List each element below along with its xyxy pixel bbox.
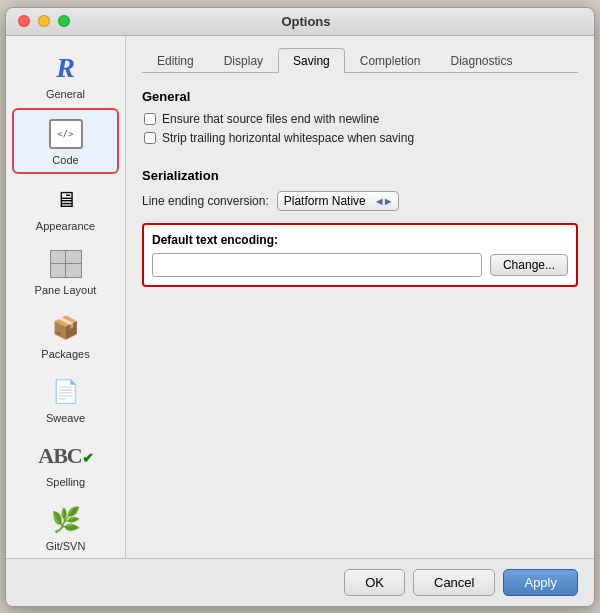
sidebar-label-appearance: Appearance	[36, 220, 95, 232]
apply-button[interactable]: Apply	[503, 569, 578, 596]
footer: OK Cancel Apply	[6, 558, 594, 606]
encoding-label: Default text encoding:	[152, 233, 568, 247]
close-button[interactable]	[18, 15, 30, 27]
serialization-title: Serialization	[142, 168, 578, 183]
sidebar-label-general: General	[46, 88, 85, 100]
git-icon: 🌿	[46, 502, 86, 538]
checkbox-newline-row: Ensure that source files end with newlin…	[142, 112, 578, 126]
checkbox-whitespace-row: Strip trailing horizontal whitespace whe…	[142, 131, 578, 145]
sidebar-label-spelling: Spelling	[46, 476, 85, 488]
sidebar-item-pane-layout[interactable]: Pane Layout	[12, 240, 119, 302]
sweave-icon: 📄	[46, 374, 86, 410]
sidebar-item-packages[interactable]: 📦 Packages	[12, 304, 119, 366]
sidebar-label-git-svn: Git/SVN	[46, 540, 86, 552]
ok-button[interactable]: OK	[344, 569, 405, 596]
spelling-icon: ABC✔	[46, 438, 86, 474]
checkbox-whitespace-label: Strip trailing horizontal whitespace whe…	[162, 131, 414, 145]
pane-layout-icon	[46, 246, 86, 282]
sidebar-item-sweave[interactable]: 📄 Sweave	[12, 368, 119, 430]
tab-diagnostics[interactable]: Diagnostics	[435, 48, 527, 73]
sidebar-item-code[interactable]: </> Code	[12, 108, 119, 174]
options-window: Options R General </> Code 🖥 Appearance	[5, 7, 595, 607]
sidebar-item-general[interactable]: R General	[12, 44, 119, 106]
line-ending-label: Line ending conversion:	[142, 194, 269, 208]
general-section-title: General	[142, 89, 578, 104]
checkbox-whitespace[interactable]	[144, 132, 156, 144]
packages-icon: 📦	[46, 310, 86, 346]
sidebar-item-git-svn[interactable]: 🌿 Git/SVN	[12, 496, 119, 558]
tab-completion[interactable]: Completion	[345, 48, 436, 73]
line-ending-row: Line ending conversion: Platform Native …	[142, 191, 578, 211]
tab-bar: Editing Display Saving Completion Diagno…	[142, 48, 578, 73]
cancel-button[interactable]: Cancel	[413, 569, 495, 596]
sidebar-label-code: Code	[52, 154, 78, 166]
line-ending-select[interactable]: Platform Native ◄►	[277, 191, 399, 211]
sidebar-label-pane-layout: Pane Layout	[35, 284, 97, 296]
encoding-input-row: Change...	[152, 253, 568, 277]
tab-editing[interactable]: Editing	[142, 48, 209, 73]
dropdown-arrow-icon: ◄►	[374, 195, 392, 207]
code-icon: </>	[46, 116, 86, 152]
serialization-section: Serialization Line ending conversion: Pl…	[142, 164, 578, 287]
sidebar-item-appearance[interactable]: 🖥 Appearance	[12, 176, 119, 238]
sidebar-item-spelling[interactable]: ABC✔ Spelling	[12, 432, 119, 494]
sidebar-label-sweave: Sweave	[46, 412, 85, 424]
main-content: R General </> Code 🖥 Appearance	[6, 36, 594, 558]
tab-display[interactable]: Display	[209, 48, 278, 73]
sidebar: R General </> Code 🖥 Appearance	[6, 36, 126, 558]
encoding-input[interactable]	[152, 253, 482, 277]
checkbox-newline-label: Ensure that source files end with newlin…	[162, 112, 379, 126]
encoding-box: Default text encoding: Change...	[142, 223, 578, 287]
checkbox-newline[interactable]	[144, 113, 156, 125]
sidebar-label-packages: Packages	[41, 348, 89, 360]
titlebar: Options	[6, 8, 594, 36]
appearance-icon: 🖥	[46, 182, 86, 218]
main-panel: Editing Display Saving Completion Diagno…	[126, 36, 594, 558]
window-title: Options	[30, 14, 582, 29]
change-button[interactable]: Change...	[490, 254, 568, 276]
r-icon: R	[46, 50, 86, 86]
tab-saving[interactable]: Saving	[278, 48, 345, 73]
line-ending-value: Platform Native	[284, 194, 366, 208]
